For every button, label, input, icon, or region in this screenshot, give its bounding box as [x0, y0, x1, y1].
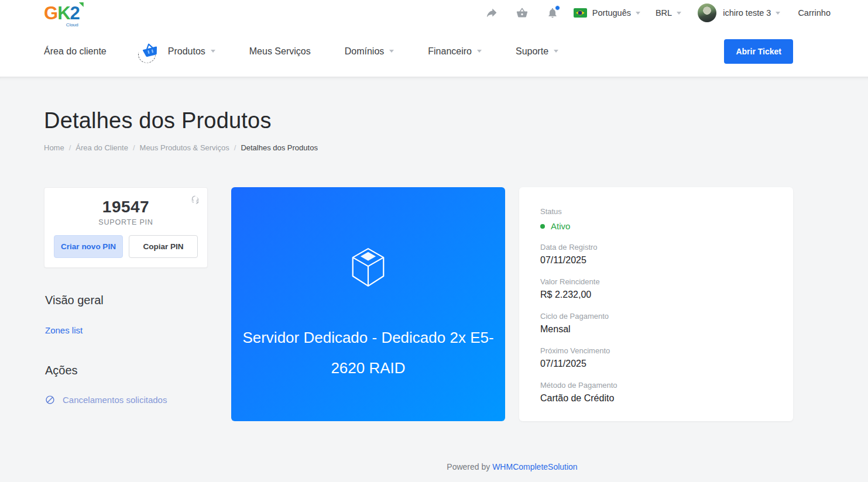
nav-label: Domínios: [345, 46, 385, 57]
user-name-label: ichiro teste 3: [723, 8, 771, 18]
billing-cycle-label: Ciclo de Pagamento: [540, 312, 772, 321]
nav-label: Meus Serviços: [249, 46, 311, 57]
nav-item-financeiro[interactable]: Financeiro: [428, 46, 482, 57]
status-value: Ativo: [551, 221, 570, 231]
brand-logo[interactable]: GK2 Cloud: [44, 4, 80, 27]
chevron-down-icon: [554, 50, 558, 53]
status-group: Status Ativo: [540, 207, 772, 231]
status-label: Status: [540, 207, 772, 216]
logo-letter-g: G: [44, 3, 57, 23]
zones-list-link[interactable]: Zones list: [45, 325, 83, 335]
topbar: GK2 Cloud Português BRL: [0, 0, 868, 26]
recurring-amount-label: Valor Reincidente: [540, 277, 772, 286]
nav-item-produtos[interactable]: Produtos: [140, 42, 215, 61]
next-due-date-value: 07/11/2025: [540, 359, 772, 369]
nav-label: Financeiro: [428, 46, 472, 57]
nav-label: Área do cliente: [44, 46, 107, 57]
powered-by-text: Powered by: [447, 462, 492, 471]
cube-icon: [351, 247, 386, 287]
brand-logo-text: GK2: [44, 4, 80, 22]
support-pin-value: 19547: [54, 198, 198, 216]
currency-label: BRL: [656, 8, 672, 18]
sidebar: 19547 SUPORTE PIN Criar novo PIN Copiar …: [44, 187, 208, 471]
basket-icon[interactable]: [516, 7, 528, 19]
copy-pin-button[interactable]: Copiar PIN: [129, 235, 198, 258]
main-nav: Área do cliente Produtos Meus Serviços D…: [0, 26, 868, 77]
logo-letter-2: 2: [70, 3, 80, 23]
nav-item-suporte[interactable]: Suporte: [516, 46, 558, 57]
page-body: Detalhes dos Produtos Home / Área do Cli…: [0, 77, 868, 482]
detail-row: Ciclo de Pagamento Mensal: [540, 312, 772, 335]
block-icon: [45, 395, 55, 405]
headset-icon: [190, 195, 200, 205]
payment-method-label: Método de Pagamento: [540, 381, 772, 390]
avatar: [698, 4, 716, 22]
main-column: Servidor Dedicado - Dedicado 2x E5-2620 …: [231, 187, 793, 471]
detail-row: Método de Pagamento Cartão de Crédito: [540, 381, 772, 404]
status-dot-icon: [540, 224, 545, 229]
overview-heading: Visão geral: [45, 294, 208, 307]
nav-item-meus-servicos[interactable]: Meus Serviços: [249, 46, 311, 57]
breadcrumb-separator: /: [133, 143, 135, 152]
cancellations-link[interactable]: Cancelamentos solicitados: [45, 395, 208, 405]
breadcrumb-area-do-cliente[interactable]: Área do Cliente: [76, 143, 128, 152]
language-label: Português: [592, 8, 631, 18]
logo-cloud-label: Cloud: [66, 23, 78, 27]
detail-row: Próximo Vencimento 07/11/2025: [540, 346, 772, 369]
logo-letter-k: K: [57, 3, 70, 23]
notifications-bell-icon[interactable]: [547, 7, 558, 19]
breadcrumb: Home / Área do Cliente / Meus Produtos &…: [44, 143, 868, 152]
support-pin-card: 19547 SUPORTE PIN Criar novo PIN Copiar …: [44, 187, 208, 268]
next-due-date-label: Próximo Vencimento: [540, 346, 772, 355]
chevron-down-icon: [389, 50, 394, 53]
breadcrumb-separator: /: [234, 143, 236, 152]
product-name: Servidor Dedicado - Dedicado 2x E5-2620 …: [233, 322, 503, 383]
product-card: Servidor Dedicado - Dedicado 2x E5-2620 …: [231, 187, 505, 421]
chevron-down-icon: [477, 50, 482, 53]
payment-method-value: Cartão de Crédito: [540, 393, 772, 404]
breadcrumb-home[interactable]: Home: [44, 143, 64, 152]
chevron-down-icon: [677, 12, 681, 15]
cards-row: Servidor Dedicado - Dedicado 2x E5-2620 …: [231, 187, 793, 421]
cart-link[interactable]: Carrinho: [798, 8, 831, 18]
status-badge: Ativo: [540, 221, 772, 231]
user-menu[interactable]: ichiro teste 3: [698, 4, 780, 22]
pin-buttons-row: Criar novo PIN Copiar PIN: [54, 235, 198, 258]
nav-label: Suporte: [516, 46, 548, 57]
detail-row: Data de Registro 07/11/2025: [540, 243, 772, 266]
chevron-down-icon: [776, 12, 780, 15]
whmcs-link[interactable]: WHMCompleteSolution: [492, 462, 578, 471]
page-title: Detalhes dos Produtos: [44, 108, 868, 133]
nav-item-area-do-cliente[interactable]: Área do cliente: [44, 46, 107, 57]
breadcrumb-meus-produtos[interactable]: Meus Produtos & Serviços: [140, 143, 229, 152]
breadcrumb-current: Detalhes dos Produtos: [241, 143, 318, 152]
content-row: 19547 SUPORTE PIN Criar novo PIN Copiar …: [44, 187, 793, 471]
registration-date-label: Data de Registro: [540, 243, 772, 252]
actions-heading: Ações: [45, 364, 208, 377]
cancellations-label: Cancelamentos solicitados: [63, 395, 167, 405]
recurring-amount-value: R$ 2.232,00: [540, 290, 772, 300]
details-card: Status Ativo Data de Registro 07/11/2025…: [519, 187, 793, 421]
header: GK2 Cloud Português BRL: [0, 0, 868, 77]
notification-dot: [555, 5, 560, 11]
topbar-right: Português BRL ichiro teste 3 Carrinho: [486, 4, 831, 22]
chevron-down-icon: [211, 50, 215, 53]
breadcrumb-separator: /: [69, 143, 71, 152]
create-pin-button[interactable]: Criar novo PIN: [54, 235, 123, 258]
detail-row: Valor Reincidente R$ 2.232,00: [540, 277, 772, 300]
registration-date-value: 07/11/2025: [540, 255, 772, 266]
products-basket-icon: [140, 42, 159, 61]
brazil-flag-icon: [574, 8, 587, 18]
chevron-down-icon: [636, 12, 640, 15]
nav-label: Produtos: [168, 46, 205, 57]
support-pin-label: SUPORTE PIN: [54, 218, 198, 226]
share-icon[interactable]: [486, 7, 498, 19]
open-ticket-button[interactable]: Abrir Ticket: [724, 39, 793, 64]
currency-selector[interactable]: BRL: [656, 8, 681, 18]
footer: Powered by WHMCompleteSolution: [231, 462, 793, 471]
billing-cycle-value: Mensal: [540, 324, 772, 335]
nav-item-dominios[interactable]: Domínios: [345, 46, 394, 57]
language-selector[interactable]: Português: [574, 8, 640, 18]
